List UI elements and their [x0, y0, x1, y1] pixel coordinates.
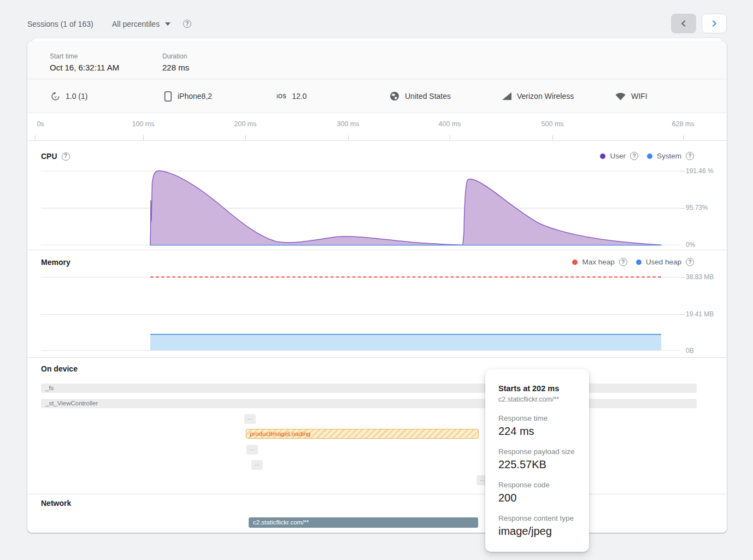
memory-axis-max: 38.83 MB — [686, 273, 715, 282]
next-session-button[interactable] — [702, 14, 727, 33]
start-time-value: Oct 16, 6:32:11 AM — [50, 63, 119, 72]
gridline — [41, 314, 680, 315]
chevron-right-icon — [709, 18, 720, 29]
app-version-icon: v — [51, 92, 60, 101]
gridline — [41, 350, 680, 351]
on-device-section: On device _fs _st_ViewController ... pro… — [27, 358, 727, 494]
country-value: United States — [405, 92, 451, 101]
trace-bar-viewcontroller[interactable]: _st_ViewController — [41, 399, 697, 408]
collapsed-trace-marker[interactable]: ... — [251, 460, 263, 470]
percentiles-dropdown[interactable]: All percentiles — [111, 18, 172, 30]
device-attributes-row: v 1.0 (1) iPhone8,2 iOS 12.0 — [27, 79, 727, 113]
network-header: Network — [41, 499, 71, 508]
sessions-count-label: Sessions (1 of 163) — [27, 20, 93, 28]
axis-tick — [680, 277, 685, 278]
cpu-usage-chart[interactable] — [41, 167, 680, 247]
on-device-header: On device — [41, 364, 78, 373]
response-time-label: Response time — [498, 414, 578, 422]
memory-section-header: Memory — [41, 258, 70, 267]
memory-used-heap-area[interactable] — [150, 334, 661, 350]
help-icon[interactable]: ? — [686, 152, 694, 160]
app-version-value: 1.0 (1) — [66, 92, 87, 101]
tooltip-title: Starts at 202 ms — [498, 384, 578, 393]
timeline-tick — [245, 135, 246, 140]
help-icon[interactable]: ? — [183, 20, 191, 28]
performance-session-screen: Sessions (1 of 163) All percentiles ? St… — [0, 0, 753, 560]
duration-label: Duration — [162, 52, 189, 60]
timeline-tick-label: 100 ms — [132, 120, 155, 128]
used-heap-legend-label: Used heap — [646, 258, 681, 266]
app-version-item: v 1.0 (1) — [51, 79, 87, 113]
device-model-item: iPhone8,2 — [164, 79, 212, 113]
collapsed-trace-marker[interactable]: ... — [244, 414, 256, 424]
os-item: iOS 12.0 — [277, 79, 307, 113]
cpu-title: CPU — [41, 152, 57, 161]
network-request-tooltip: Starts at 202 ms c2.staticflickr.com/** … — [485, 369, 589, 552]
axis-tick — [680, 314, 685, 315]
collapsed-trace-marker[interactable]: ... — [246, 445, 258, 455]
start-time-label: Start time — [50, 52, 119, 60]
timeline-tick-label: 300 ms — [337, 120, 360, 128]
session-detail-card: Start time Oct 16, 6:32:11 AM Duration 2… — [27, 42, 727, 533]
response-content-type-label: Response content type — [498, 514, 578, 522]
trace-bar-fs[interactable]: _fs — [41, 384, 697, 393]
os-icon: iOS — [277, 93, 286, 99]
device-model-value: iPhone8,2 — [178, 92, 212, 101]
cpu-section-header: CPU ? — [41, 152, 70, 161]
chevron-left-icon — [678, 18, 689, 29]
network-title: Network — [41, 499, 71, 508]
timeline-tick — [683, 135, 684, 140]
memory-max-heap-line[interactable] — [150, 276, 661, 278]
help-icon[interactable]: ? — [62, 152, 70, 161]
memory-axis-mid: 19.41 MB — [686, 310, 715, 319]
memory-legend-usedheap: Used heap ? — [636, 258, 694, 266]
timeline-ruler: 0s 100 ms 200 ms 300 ms 400 ms 500 ms 62… — [27, 113, 727, 141]
axis-tick — [680, 208, 685, 209]
help-icon[interactable]: ? — [686, 258, 694, 266]
max-heap-legend-label: Max heap — [582, 258, 614, 266]
cpu-legend: User ? System ? — [600, 152, 694, 160]
cpu-axis-mid: 95.73% — [686, 204, 715, 213]
radio-value: WIFI — [631, 92, 648, 101]
cpu-section: CPU ? User ? System ? — [27, 141, 727, 250]
toolbar: Sessions (1 of 163) All percentiles ? — [0, 0, 753, 38]
signal-icon — [502, 92, 511, 100]
response-payload-value: 225.57KB — [498, 458, 578, 471]
help-icon[interactable]: ? — [630, 152, 638, 160]
previous-session-button[interactable] — [671, 14, 696, 33]
start-time-group: Start time Oct 16, 6:32:11 AM — [50, 52, 119, 72]
memory-section: Memory Max heap ? Used heap ? 3 — [27, 250, 727, 358]
timeline-tick-label: 400 ms — [439, 120, 461, 128]
system-legend-dot — [647, 154, 652, 159]
os-version-value: 12.0 — [292, 92, 307, 101]
country-item: United States — [390, 79, 451, 113]
memory-legend-maxheap: Max heap ? — [572, 258, 627, 266]
memory-legend: Max heap ? Used heap ? — [572, 258, 694, 266]
globe-icon — [390, 91, 399, 101]
response-time-value: 224 ms — [498, 425, 578, 438]
system-legend-label: System — [657, 152, 681, 160]
timeline-tick — [143, 135, 144, 140]
memory-axis-zero: 0B — [686, 347, 715, 356]
timeline-tick-label: 0s — [37, 120, 44, 128]
max-heap-legend-dot — [572, 260, 578, 265]
network-request-bar[interactable]: c2.staticflickr.com/** — [249, 517, 478, 528]
svg-text:v: v — [55, 94, 57, 99]
timeline-tick-label: 628 ms — [672, 120, 695, 128]
help-icon[interactable]: ? — [619, 258, 627, 266]
timeline-tick — [35, 135, 36, 140]
radio-item: WIFI — [615, 79, 648, 113]
memory-title: Memory — [41, 258, 70, 267]
duration-group: Duration 228 ms — [162, 52, 189, 72]
axis-tick — [680, 171, 685, 172]
timeline-tick — [348, 135, 349, 140]
timeline-tick — [450, 135, 450, 140]
response-code-label: Response code — [498, 481, 578, 489]
timeline-tick-label: 500 ms — [542, 120, 564, 128]
trace-bar-product-image-loading[interactable]: productImageLoading — [246, 429, 479, 439]
phone-icon — [164, 91, 172, 102]
network-section: Network c2.staticflickr.com/** — [27, 494, 727, 533]
session-info-row: Start time Oct 16, 6:32:11 AM Duration 2… — [27, 42, 727, 79]
timeline-tick — [552, 135, 553, 140]
user-legend-label: User — [610, 152, 626, 160]
